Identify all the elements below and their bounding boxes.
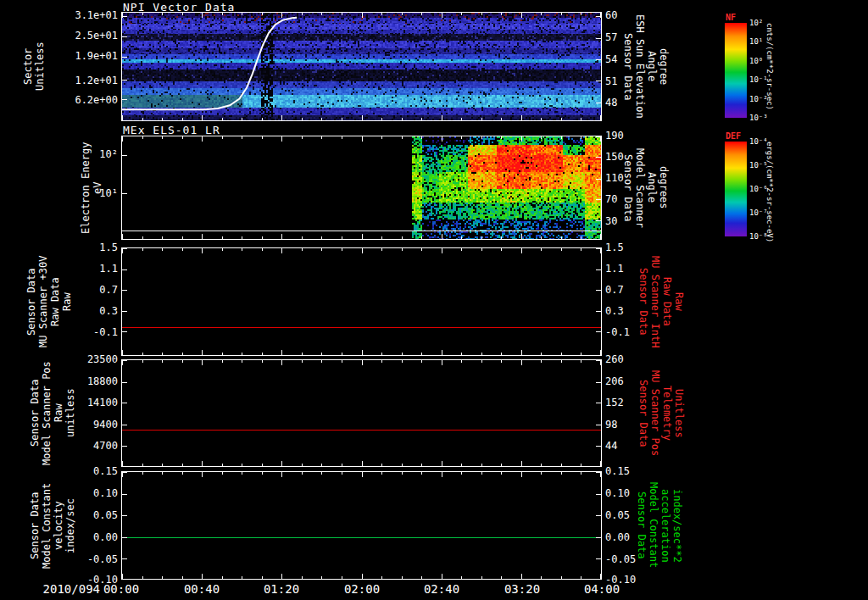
panel-2-plot-canvas [122,136,601,239]
colorbar1-tick-label: 10⁻¹ [749,75,768,84]
axis-label-line: degree [658,12,670,121]
panel-2 [121,136,602,240]
colorbar2-tick-label: 10⁻⁴ [749,137,768,146]
panel-3-left-tick-label: 1.1 [52,263,118,275]
axis-label-line: Model Scanner Pos [41,359,53,467]
axis-label-line: Model Constant [41,471,53,580]
panel-2-left-tick-label: 10¹ [52,187,118,199]
colorbar2-rainbow-scale [725,142,747,236]
panel-3-left-tick-label: 1.5 [52,242,118,253]
panel-5-left-tick-label: -0.05 [52,553,118,565]
panel-2-right-tick-label: 110 [605,172,644,184]
panel-4-plot-canvas [122,360,601,466]
panel-3-left-tick-label: 0.7 [52,284,118,296]
panel-5-right-tick-label: 0.15 [605,465,644,477]
panel-2-left-tick-label: 10² [52,148,118,160]
axis-label-line: acceleration [659,471,671,580]
panel-4-right-tick-label: 206 [605,375,644,387]
colorbar2-tick-label: 10⁻⁸ [749,232,768,241]
x-axis-tick-label: 04:00 [575,582,629,596]
panel-1-right-tick-label: 51 [605,75,644,87]
panel-5-right-tick-label: 0.05 [605,509,644,521]
x-axis-tick-label: 00:40 [175,582,229,596]
x-axis-tick-label: 02:00 [335,582,389,596]
axis-label-line: Sensor Data [29,359,41,467]
panel2-title: MEx ELS-01 LR [123,124,220,136]
axis-label-line: degrees [658,136,670,240]
colorbar2-tick-label: 10⁻⁶ [749,185,768,193]
colorbar1-tick-label: 10⁻³ [749,114,768,122]
axis-label-line: Raw Data [661,247,673,356]
panel-1 [121,12,602,121]
panel-3-left-tick-label: -0.1 [52,326,118,338]
panel-1-left-tick-label: 1.2e+01 [52,75,118,86]
panel-5-right-tick-label: 0.10 [605,487,644,499]
panel-5-plot-canvas [122,472,601,579]
panel-5 [121,471,602,580]
panel-4-right-tick-label: 152 [605,397,644,408]
panel-3 [121,247,602,356]
panel-5-right-tick-label: 0.00 [605,531,644,543]
colorbar2-tick-label: 10⁻⁷ [749,208,768,217]
panel-5-left-tick-label: 0.00 [52,531,118,543]
axis-label-line: MU Scanner +30V [37,247,49,356]
panel-5-left-tick-label: 0.05 [52,509,118,521]
colorbar1-tick-label: 10² [749,19,763,27]
panel-4-right-tick-label: 98 [605,419,644,431]
panel-3-right-tick-label: 1.5 [605,242,644,253]
panel-1-left-tick-label: 3.1e+01 [52,9,118,21]
panel-5-right-tick-label: -0.05 [605,553,644,565]
cdaweb-spectrogram-page: NPI Vector Data MEx ELS-01 LR Sector Uni… [0,0,868,600]
panel-4 [121,359,602,467]
axis-label-line: Sector [22,12,34,121]
panel-3-left-tick-label: 0.3 [52,305,118,317]
axis-label-line: Telemetry [661,359,673,467]
panel-1-right-tick-label: 48 [605,97,644,108]
panel-1-plot-canvas [122,13,601,120]
panel-1-left-tick-label: 1.9e+01 [52,50,118,62]
panel-4-left-tick-label: 14100 [52,397,118,408]
panel-1-right-tick-label: 57 [605,31,644,43]
panel-4-left-tick-label: 23500 [52,353,118,365]
axis-label-line: Sensor Data [25,247,37,356]
panel-5-left-tick-label: 0.10 [52,487,118,499]
panel-4-left-tick-label: 4700 [52,440,118,452]
axis-label-line: Unitless [673,359,685,467]
axis-label-line: index/sec**2 [671,471,683,580]
panel-1-left-tick-label: 2.5e+01 [52,30,118,42]
panel-4-left-tick-label: 9400 [52,419,118,431]
axis-label-line: Sensor Data [29,471,41,580]
colorbar1-rainbow-scale [725,23,747,118]
panel-2-right-tick-label: 190 [605,130,644,142]
panel1-y-axis-label: Sector Unitless [22,12,46,121]
panel-3-right-tick-label: 1.1 [605,263,644,275]
colorbar2-name: DEF [726,131,741,141]
colorbar1-name: NF [726,13,736,22]
panel-3-right-tick-label: 0.7 [605,284,644,296]
panel-5-left-tick-label: 0.15 [52,465,118,477]
panel3-right-axis-label: Sensor Data MU Scanner IntH Raw Data Raw [637,247,685,356]
axis-label-line: MU Scanner IntH [649,247,661,356]
panel-1-left-tick-label: 6.2e+00 [52,94,118,106]
colorbar1-tick-label: 10⁰ [749,57,763,65]
colorbar1-tick-label: 10⁻² [749,95,768,103]
axis-label-line: MU Scanner Pos [649,359,661,467]
panel-3-right-tick-label: -0.1 [605,326,644,338]
panel4-right-axis-label: Sensor Data MU Scanner Pos Telemetry Uni… [637,359,685,467]
panel-3-right-tick-label: 0.3 [605,305,644,317]
x-axis-tick-label: 01:20 [254,582,309,596]
panel-1-right-tick-label: 60 [605,9,644,21]
axis-label-line: Angle [646,12,658,121]
x-axis-tick-label: 03:20 [495,582,549,596]
axis-label-line: Angle [646,136,658,240]
panel-4-left-tick-label: 18800 [52,375,118,387]
axis-label-line: Unitless [34,12,46,121]
x-axis-tick-label: 00:00 [94,582,148,596]
axis-label-line: Raw [673,247,685,356]
x-axis-tick-label: 02:40 [415,582,469,596]
panel-4-right-tick-label: 44 [605,440,644,452]
panel-2-right-tick-label: 70 [605,193,644,205]
colorbar2-tick-label: 10⁻⁵ [749,161,768,169]
panel-1-right-tick-label: 54 [605,53,644,65]
panel-2-right-tick-label: 150 [605,151,644,163]
